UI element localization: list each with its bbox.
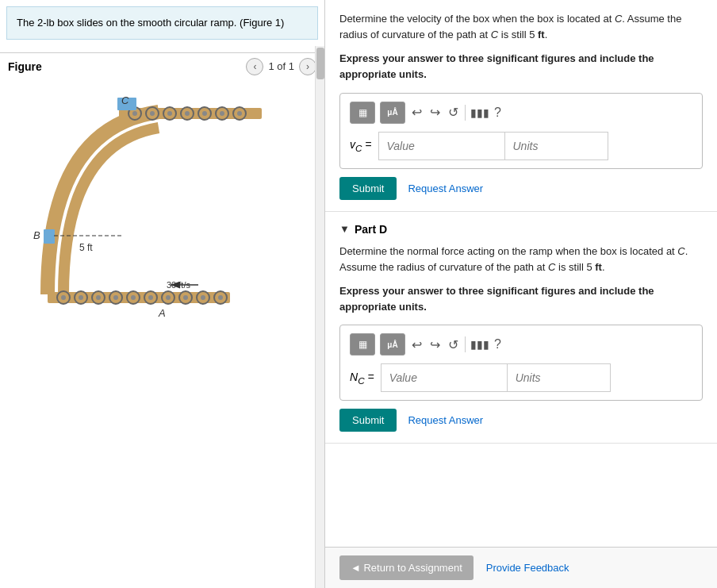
part-d-input-row: NC = <box>350 363 692 392</box>
part-c-value-input[interactable] <box>378 132 505 160</box>
part-d-toolbar: ▦ μÅ ↩ ↪ ↺ ▮▮▮ ? <box>350 333 692 355</box>
part-c-variable-label: vC = <box>350 138 372 153</box>
svg-point-35 <box>166 295 171 300</box>
ramp-diagram: C B 5 ft <box>0 80 301 326</box>
part-d-mu-button[interactable]: μÅ <box>380 333 405 355</box>
redo-button[interactable]: ↪ <box>428 105 442 120</box>
part-d-submit-button[interactable]: Submit <box>339 409 397 432</box>
svg-point-14 <box>237 111 242 116</box>
part-d-section: ▼ Part D Determine the normal force acti… <box>325 212 717 444</box>
svg-point-8 <box>185 111 190 116</box>
return-to-assignment-button[interactable]: ◄ Return to Assignment <box>339 555 474 580</box>
svg-point-12 <box>220 111 224 116</box>
svg-text:5 ft: 5 ft <box>79 242 93 253</box>
bottom-bar: ◄ Return to Assignment Provide Feedback <box>325 547 717 588</box>
part-d-help-button[interactable]: ? <box>494 337 501 352</box>
figure-area: Figure ‹ 1 of 1 › <box>0 46 324 589</box>
figure-svg: C B 5 ft <box>0 80 324 334</box>
part-c-submit-button[interactable]: Submit <box>339 177 397 200</box>
part-d-action-row: Submit Request Answer <box>339 409 703 432</box>
part-c-request-link[interactable]: Request Answer <box>408 183 483 194</box>
part-d-answer-box: ▦ μÅ ↩ ↪ ↺ ▮▮▮ ? NC = <box>339 325 703 401</box>
right-panel: Determine the velocity of the box when t… <box>325 0 717 588</box>
part-c-action-row: Submit Request Answer <box>339 177 703 200</box>
svg-text:C: C <box>121 94 129 106</box>
part-d-keyboard-icon: ▮▮▮ <box>470 338 489 351</box>
part-c-input-row: vC = <box>350 132 692 160</box>
prev-figure-button[interactable]: ‹ <box>246 58 263 75</box>
part-c-units-input[interactable] <box>505 132 608 160</box>
scrollbar[interactable] <box>315 46 324 589</box>
svg-text:B: B <box>33 229 40 241</box>
svg-point-33 <box>148 295 153 300</box>
left-panel: The 2-lb box slides on the smooth circul… <box>0 0 325 588</box>
part-d-value-input[interactable] <box>381 363 508 392</box>
part-d-instruction: Express your answer to three significant… <box>339 283 703 315</box>
part-d-label: Part D <box>355 223 387 236</box>
part-c-section: Determine the velocity of the box when t… <box>325 0 717 212</box>
part-c-instruction: Express your answer to three significant… <box>339 51 703 83</box>
part-d-toolbar-separator <box>465 336 466 352</box>
part-d-units-input[interactable] <box>508 363 611 392</box>
problem-text: The 2-lb box slides on the smooth circul… <box>17 17 284 29</box>
scrollbar-thumb[interactable] <box>316 48 324 79</box>
svg-point-31 <box>131 295 136 300</box>
svg-rect-18 <box>44 229 55 244</box>
figure-title: Figure <box>8 60 42 73</box>
svg-point-29 <box>113 295 118 300</box>
part-d-collapse-arrow[interactable]: ▼ <box>339 223 350 235</box>
svg-point-4 <box>150 111 155 116</box>
mu-button[interactable]: μÅ <box>380 102 405 124</box>
svg-point-6 <box>167 111 172 116</box>
problem-statement: The 2-lb box slides on the smooth circul… <box>6 6 318 40</box>
part-d-label-row: ▼ Part D <box>339 223 703 236</box>
part-c-description: Determine the velocity of the box when t… <box>339 11 703 43</box>
figure-header: Figure ‹ 1 of 1 › <box>0 52 324 80</box>
keyboard-icon: ▮▮▮ <box>470 106 489 119</box>
svg-point-2 <box>132 111 137 116</box>
part-d-description: Determine the normal force acting on the… <box>339 244 703 275</box>
next-figure-button[interactable]: › <box>299 58 316 75</box>
svg-point-41 <box>218 295 223 300</box>
figure-nav: ‹ 1 of 1 › <box>246 58 316 75</box>
svg-point-27 <box>96 295 101 300</box>
part-c-answer-box: ▦ μÅ ↩ ↪ ↺ ▮▮▮ ? vC = <box>339 93 703 169</box>
provide-feedback-link[interactable]: Provide Feedback <box>486 562 569 574</box>
matrix-icon-button[interactable]: ▦ <box>350 102 375 124</box>
part-d-matrix-button[interactable]: ▦ <box>350 333 375 355</box>
help-button[interactable]: ? <box>494 106 501 120</box>
part-d-variable-label: NC = <box>350 371 374 386</box>
part-c-toolbar: ▦ μÅ ↩ ↪ ↺ ▮▮▮ ? <box>350 102 692 124</box>
part-d-request-link[interactable]: Request Answer <box>408 414 483 426</box>
refresh-button[interactable]: ↺ <box>447 105 460 120</box>
svg-point-23 <box>61 295 66 300</box>
part-d-refresh-button[interactable]: ↺ <box>447 337 460 352</box>
toolbar-separator <box>465 105 466 121</box>
svg-point-39 <box>201 295 205 300</box>
svg-point-37 <box>183 295 188 300</box>
part-d-undo-button[interactable]: ↩ <box>410 337 424 352</box>
svg-point-25 <box>79 295 83 300</box>
undo-button[interactable]: ↩ <box>410 105 424 120</box>
figure-count: 1 of 1 <box>268 60 294 72</box>
part-d-redo-button[interactable]: ↪ <box>428 337 442 352</box>
svg-text:A: A <box>158 307 166 319</box>
svg-point-10 <box>202 111 207 116</box>
